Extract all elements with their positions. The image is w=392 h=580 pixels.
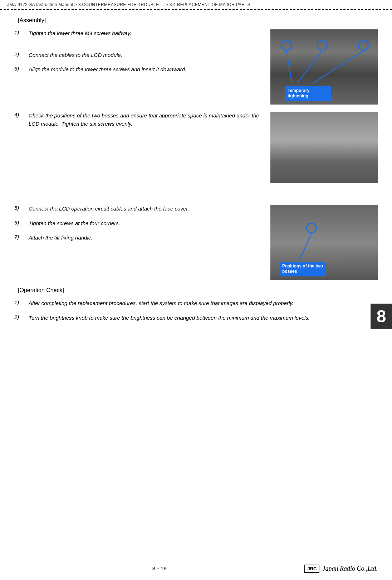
instruction-block-3: 5) Connect the LCD operation circuit cab…: [14, 205, 378, 280]
step-4: 4) Check the positions of the two bosses…: [14, 112, 263, 128]
instruction-block-2: 4) Check the positions of the two bosses…: [14, 112, 378, 183]
svg-line-1: [297, 51, 322, 83]
operation-check-heading: [Operation Check]: [18, 287, 378, 294]
step-text-6: Tighten the screws at the four corners.: [29, 219, 120, 228]
step-num-2: 2): [14, 51, 29, 59]
annotation-temporary-tightening: Temporary tightening: [285, 86, 331, 101]
step-4-container: 4) Check the positions of the two bosses…: [14, 112, 270, 134]
step-num-7: 7): [14, 234, 29, 242]
breadcrumb: JMA-9172-SA Instruction Manual > 8.COUNT…: [0, 0, 392, 10]
svg-line-0: [286, 51, 292, 83]
operation-check-section: [Operation Check] 1) After completing th…: [14, 287, 378, 322]
assembly-section: [Assembly] 1) Tighten the lower three M4…: [14, 17, 378, 280]
circle-boss-annotation: [306, 223, 317, 233]
annotation-two-bosses: Positions of the two bosses: [279, 262, 326, 276]
instruction-block-1: 1) Tighten the lower three M4 screws hal…: [14, 29, 378, 105]
step-text-7: Attach the tilt fixing handle.: [29, 234, 93, 242]
step-text-3: Align the module to the lower three scre…: [29, 66, 186, 74]
op-step-1: 1) After completing the replacement proc…: [14, 299, 378, 308]
image-3: Positions of the two bosses: [270, 205, 378, 280]
op-step-2: 2) Turn the brightness knob to make sure…: [14, 314, 378, 322]
op-step-text-2: Turn the brightness knob to make sure th…: [29, 314, 310, 322]
circle-annotation-3: [358, 40, 369, 51]
footer: 8－19 JRC Japan Radio Co.,Ltd.: [0, 565, 392, 573]
chapter-tab: 8: [371, 304, 392, 329]
op-step-text-1: After completing the replacement procedu…: [29, 299, 294, 308]
step-1: 1) Tighten the lower three M4 screws hal…: [14, 29, 263, 38]
step-7: 7) Attach the tilt fixing handle.: [14, 234, 263, 242]
step-2: 2) Connect the cables to the LCD module.: [14, 51, 263, 59]
step-text-4: Check the positions of the two bosses an…: [29, 112, 263, 128]
main-content: [Assembly] 1) Tighten the lower three M4…: [0, 10, 392, 335]
circle-annotation-2: [317, 40, 328, 51]
image-1-container: Temporary tightening: [270, 29, 378, 105]
step-num-4: 4): [14, 112, 29, 128]
step-6: 6) Tighten the screws at the four corner…: [14, 219, 263, 228]
steps-5-7: 5) Connect the LCD operation circuit cab…: [14, 205, 270, 248]
jrc-label: JRC: [304, 565, 319, 573]
svg-line-3: [299, 233, 312, 261]
circle-annotation-1: [281, 40, 292, 51]
step-5: 5) Connect the LCD operation circuit cab…: [14, 205, 263, 213]
page-number: 8－19: [14, 565, 304, 572]
image-3-container: Positions of the two bosses: [270, 205, 378, 280]
image-2: [270, 112, 378, 183]
op-step-num-1: 1): [14, 299, 29, 308]
step-3: 3) Align the module to the lower three s…: [14, 66, 263, 74]
step-num-6: 6): [14, 219, 29, 228]
assembly-heading: [Assembly]: [18, 17, 378, 24]
step-num-1: 1): [14, 29, 29, 38]
company-logo: JRC Japan Radio Co.,Ltd.: [304, 565, 378, 573]
steps-1-3: 1) Tighten the lower three M4 screws hal…: [14, 29, 270, 80]
step-text-2: Connect the cables to the LCD module.: [29, 51, 122, 59]
step-num-5: 5): [14, 205, 29, 213]
image-1: Temporary tightening: [270, 29, 378, 105]
image-2-container: [270, 112, 378, 183]
op-step-num-2: 2): [14, 314, 29, 322]
company-name: Japan Radio Co.,Ltd.: [322, 565, 378, 572]
svg-line-2: [313, 51, 363, 83]
step-num-3: 3): [14, 66, 29, 74]
step-text-5: Connect the LCD operation circuit cables…: [29, 205, 189, 213]
step-text-1: Tighten the lower three M4 screws halfwa…: [29, 29, 131, 38]
